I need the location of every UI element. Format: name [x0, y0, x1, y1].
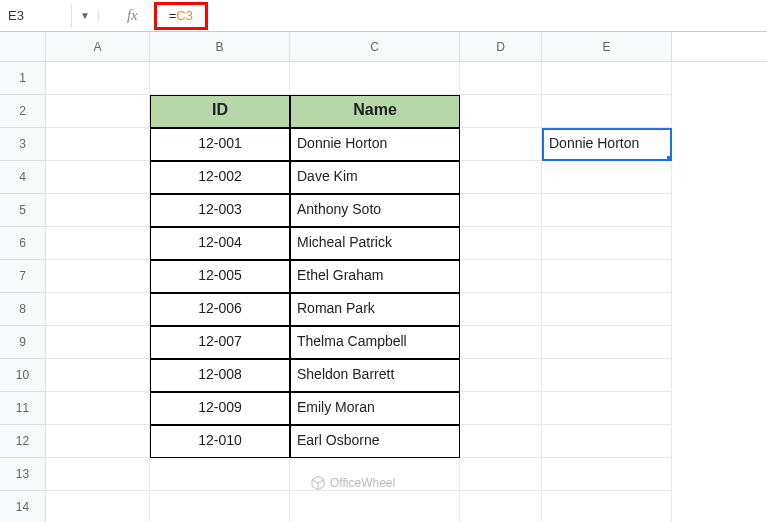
- cell-E2[interactable]: [542, 95, 672, 128]
- cell-A4[interactable]: [46, 161, 150, 194]
- cell-C6[interactable]: Micheal Patrick: [290, 227, 460, 260]
- cell-E12[interactable]: [542, 425, 672, 458]
- row-header-10[interactable]: 10: [0, 359, 46, 392]
- cell-D7[interactable]: [460, 260, 542, 293]
- col-header-B[interactable]: B: [150, 32, 290, 61]
- cell-B10[interactable]: 12-008: [150, 359, 290, 392]
- cell-E1[interactable]: [542, 62, 672, 95]
- cell-B7[interactable]: 12-005: [150, 260, 290, 293]
- col-header-D[interactable]: D: [460, 32, 542, 61]
- cell-C12[interactable]: Earl Osborne: [290, 425, 460, 458]
- cell-B11[interactable]: 12-009: [150, 392, 290, 425]
- cell-A2[interactable]: [46, 95, 150, 128]
- cell-E9[interactable]: [542, 326, 672, 359]
- row-9: 9 12-007 Thelma Campbell: [0, 326, 767, 359]
- cell-D9[interactable]: [460, 326, 542, 359]
- row-header-14[interactable]: 14: [0, 491, 46, 522]
- cell-E7[interactable]: [542, 260, 672, 293]
- row-1: 1: [0, 62, 767, 95]
- cell-E10[interactable]: [542, 359, 672, 392]
- cell-E4[interactable]: [542, 161, 672, 194]
- cell-B14[interactable]: [150, 491, 290, 522]
- col-header-E[interactable]: E: [542, 32, 672, 61]
- cell-C14[interactable]: [290, 491, 460, 522]
- col-header-A[interactable]: A: [46, 32, 150, 61]
- cell-D1[interactable]: [460, 62, 542, 95]
- formula-input[interactable]: =C3: [154, 2, 208, 30]
- cell-B4[interactable]: 12-002: [150, 161, 290, 194]
- name-box-dropdown-icon[interactable]: ▼: [72, 10, 99, 21]
- cell-C5[interactable]: Anthony Soto: [290, 194, 460, 227]
- cell-B8[interactable]: 12-006: [150, 293, 290, 326]
- row-header-9[interactable]: 9: [0, 326, 46, 359]
- cell-A8[interactable]: [46, 293, 150, 326]
- cell-A14[interactable]: [46, 491, 150, 522]
- cell-C1[interactable]: [290, 62, 460, 95]
- row-header-5[interactable]: 5: [0, 194, 46, 227]
- cell-D6[interactable]: [460, 227, 542, 260]
- cell-D5[interactable]: [460, 194, 542, 227]
- cell-D11[interactable]: [460, 392, 542, 425]
- col-header-C[interactable]: C: [290, 32, 460, 61]
- cell-D8[interactable]: [460, 293, 542, 326]
- cell-C7[interactable]: Ethel Graham: [290, 260, 460, 293]
- cell-C11[interactable]: Emily Moran: [290, 392, 460, 425]
- cell-E13[interactable]: [542, 458, 672, 491]
- cell-D14[interactable]: [460, 491, 542, 522]
- cube-icon: [310, 475, 326, 491]
- row-header-13[interactable]: 13: [0, 458, 46, 491]
- cell-B5[interactable]: 12-003: [150, 194, 290, 227]
- cell-B1[interactable]: [150, 62, 290, 95]
- row-header-2[interactable]: 2: [0, 95, 46, 128]
- cell-D2[interactable]: [460, 95, 542, 128]
- cell-A12[interactable]: [46, 425, 150, 458]
- cell-A7[interactable]: [46, 260, 150, 293]
- cell-B9[interactable]: 12-007: [150, 326, 290, 359]
- cell-E5[interactable]: [542, 194, 672, 227]
- cell-D10[interactable]: [460, 359, 542, 392]
- row-header-4[interactable]: 4: [0, 161, 46, 194]
- cell-E6[interactable]: [542, 227, 672, 260]
- cell-E3-selected[interactable]: Donnie Horton: [542, 128, 672, 161]
- cell-C3[interactable]: Donnie Horton: [290, 128, 460, 161]
- cell-B12[interactable]: 12-010: [150, 425, 290, 458]
- cell-C9[interactable]: Thelma Campbell: [290, 326, 460, 359]
- cell-C10[interactable]: Sheldon Barrett: [290, 359, 460, 392]
- cell-B13[interactable]: [150, 458, 290, 491]
- cell-A13[interactable]: [46, 458, 150, 491]
- cell-E14[interactable]: [542, 491, 672, 522]
- spreadsheet-grid: A B C D E 1 2 ID Name 3 12-001 Donnie Ho…: [0, 32, 767, 522]
- cell-B3[interactable]: 12-001: [150, 128, 290, 161]
- cell-A5[interactable]: [46, 194, 150, 227]
- row-header-7[interactable]: 7: [0, 260, 46, 293]
- cell-A11[interactable]: [46, 392, 150, 425]
- cell-D3[interactable]: [460, 128, 542, 161]
- name-box[interactable]: E3: [0, 4, 72, 27]
- row-header-12[interactable]: 12: [0, 425, 46, 458]
- row-header-8[interactable]: 8: [0, 293, 46, 326]
- watermark-text: OfficeWheel: [330, 476, 395, 490]
- row-header-1[interactable]: 1: [0, 62, 46, 95]
- cell-A6[interactable]: [46, 227, 150, 260]
- row-12: 12 12-010 Earl Osborne: [0, 425, 767, 458]
- cell-A10[interactable]: [46, 359, 150, 392]
- row-11: 11 12-009 Emily Moran: [0, 392, 767, 425]
- row-header-6[interactable]: 6: [0, 227, 46, 260]
- cell-E11[interactable]: [542, 392, 672, 425]
- cell-D13[interactable]: [460, 458, 542, 491]
- cell-B2-header-id[interactable]: ID: [150, 95, 290, 128]
- cell-C2-header-name[interactable]: Name: [290, 95, 460, 128]
- cell-D4[interactable]: [460, 161, 542, 194]
- cell-A3[interactable]: [46, 128, 150, 161]
- select-all-corner[interactable]: [0, 32, 46, 61]
- row-header-11[interactable]: 11: [0, 392, 46, 425]
- formula-reference: C3: [176, 8, 193, 23]
- cell-B6[interactable]: 12-004: [150, 227, 290, 260]
- cell-A1[interactable]: [46, 62, 150, 95]
- cell-C4[interactable]: Dave Kim: [290, 161, 460, 194]
- cell-A9[interactable]: [46, 326, 150, 359]
- cell-C8[interactable]: Roman Park: [290, 293, 460, 326]
- cell-D12[interactable]: [460, 425, 542, 458]
- row-header-3[interactable]: 3: [0, 128, 46, 161]
- cell-E8[interactable]: [542, 293, 672, 326]
